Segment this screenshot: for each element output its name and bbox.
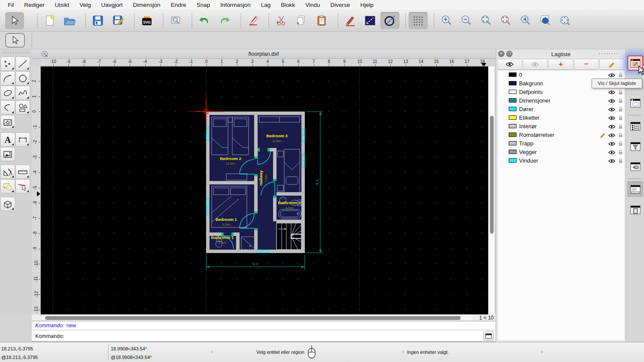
layer-row-vegger[interactable]: Vegger — [498, 148, 625, 156]
modify-tool-button[interactable] — [0, 165, 15, 179]
zoom-auto-button[interactable] — [477, 12, 495, 29]
menu-fil[interactable]: Fil — [8, 2, 14, 8]
menu-vindu[interactable]: Vindu — [305, 2, 320, 8]
layer-lock-icon[interactable] — [618, 72, 623, 78]
block-tool-button[interactable] — [0, 179, 15, 193]
hatch-tool-button[interactable] — [0, 115, 15, 129]
menu-uavgjort[interactable]: Uavgjort — [101, 2, 123, 8]
menu-informasjon[interactable]: Informasjon — [220, 2, 251, 8]
layer-visible-eye-icon[interactable] — [608, 150, 615, 155]
selection-pointer-button[interactable] — [5, 33, 25, 48]
point-tool-button[interactable] — [0, 57, 15, 71]
menu-diverse[interactable]: Diverse — [331, 2, 350, 8]
measure-tool-button[interactable] — [15, 165, 30, 179]
vertical-scrollbar-thumb[interactable] — [490, 116, 494, 234]
line-tool-palette-button[interactable] — [15, 57, 30, 71]
layer-visible-eye-icon[interactable] — [608, 159, 615, 163]
layer-lock-icon[interactable] — [618, 149, 623, 155]
layer-row-dimensjoner[interactable]: Dimensjoner — [498, 96, 625, 105]
select-entity-tool-button[interactable] — [15, 179, 30, 193]
zoom-in-button[interactable] — [437, 12, 456, 29]
layer-visible-eye-icon[interactable] — [608, 116, 615, 121]
copy-button[interactable] — [292, 12, 311, 29]
redo-button[interactable] — [215, 12, 234, 29]
layer-row-vinduer[interactable]: Vinduer — [498, 156, 625, 165]
zoom-out-button[interactable] — [457, 12, 476, 29]
toggle-clipboard-panel-button[interactable] — [627, 202, 643, 217]
hide-all-layers-button[interactable] — [523, 59, 548, 70]
toggle-selection-filter-button[interactable] — [627, 139, 643, 154]
panel-grip[interactable] — [598, 52, 618, 55]
layer-lock-icon[interactable] — [618, 89, 623, 95]
menu-hjelp[interactable]: Hjelp — [360, 2, 374, 8]
layer-visible-eye-icon[interactable] — [608, 99, 615, 103]
drawing-canvas[interactable]: Bedroom 3 11.5m² Bedroom 2 12.3m² Hallwa… — [41, 66, 488, 314]
layer-row-defpoints[interactable]: Defpoints — [498, 87, 625, 96]
menu-endre[interactable]: Endre — [171, 2, 186, 8]
toggle-command-line-button[interactable] — [627, 181, 643, 197]
layer-visible-eye-icon[interactable] — [608, 107, 615, 112]
menu-rediger[interactable]: Rediger — [24, 2, 44, 8]
zoom-selection-button[interactable] — [496, 12, 515, 29]
spline-tool-button[interactable] — [15, 86, 30, 100]
line-tool-button[interactable] — [361, 12, 380, 29]
3d-box-tool-button[interactable] — [0, 197, 15, 211]
document-titlebar[interactable]: floorplan.dxf — [32, 49, 495, 59]
toggle-library-browser-button[interactable] — [627, 159, 643, 174]
palette-grip[interactable] — [2, 51, 30, 55]
horizontal-scrollbar[interactable] — [41, 315, 472, 320]
draw-pencil-button[interactable] — [341, 12, 360, 29]
polyline-tool-button[interactable] — [0, 100, 15, 115]
pointer-tool-button[interactable] — [5, 12, 24, 29]
add-layer-button[interactable]: + — [548, 59, 573, 70]
layer-lock-icon[interactable] — [618, 115, 623, 121]
zoom-pan-button[interactable] — [556, 12, 574, 29]
layer-lock-icon[interactable] — [618, 106, 623, 112]
command-options-button[interactable] — [483, 331, 494, 341]
svg-export-button[interactable]: SVG — [137, 12, 156, 29]
layer-lock-icon[interactable] — [618, 132, 623, 138]
toggle-property-editor-button[interactable] — [627, 95, 643, 111]
layer-row-trapp[interactable]: Trapp — [498, 139, 625, 148]
vertical-scrollbar[interactable] — [488, 66, 495, 314]
menu-utsikt[interactable]: Utsikt — [55, 2, 70, 8]
horizontal-scrollbar-thumb[interactable] — [45, 316, 461, 320]
menu-snap[interactable]: Snap — [197, 2, 210, 8]
command-input-row[interactable]: Kommando: — [32, 330, 495, 342]
zoom-window-button[interactable] — [536, 12, 555, 29]
layer-lock-icon[interactable] — [618, 98, 623, 103]
circle-tool-button[interactable] — [380, 12, 399, 29]
layer-row-romst-rrelser[interactable]: Romstørrelser — [498, 130, 625, 139]
toggle-block-list-button[interactable] — [627, 118, 643, 134]
paste-button[interactable] — [312, 12, 331, 29]
delete-entities-button[interactable] — [244, 12, 263, 29]
arc-tool-button[interactable] — [0, 71, 15, 85]
menu-lag[interactable]: Lag — [261, 2, 271, 8]
layer-row-0[interactable]: 0 — [498, 70, 625, 79]
undo-button[interactable] — [195, 12, 214, 29]
menu-velg[interactable]: Velg — [79, 2, 91, 8]
layer-lock-icon[interactable] — [618, 124, 623, 129]
layer-visible-eye-icon[interactable] — [608, 133, 615, 138]
layer-row-interi-r[interactable]: Interiør — [498, 122, 625, 130]
menu-dimensjon[interactable]: Dimensjon — [133, 2, 161, 8]
save-as-button[interactable] — [109, 12, 128, 29]
ellipse-tool-button[interactable] — [0, 86, 15, 100]
image-tool-button[interactable] — [0, 147, 15, 161]
print-preview-button[interactable] — [166, 12, 185, 29]
remove-layer-button[interactable]: − — [574, 59, 599, 70]
circle-tool-palette-button[interactable] — [15, 71, 30, 85]
cut-button[interactable] — [272, 12, 291, 29]
layer-visible-eye-icon[interactable] — [608, 124, 615, 129]
layer-row-d-rer[interactable]: Dører — [498, 105, 625, 113]
grid-toggle-button[interactable] — [409, 12, 428, 29]
layer-row-etiketter[interactable]: Etiketter — [498, 113, 625, 122]
save-button[interactable] — [88, 12, 107, 29]
layer-lock-icon[interactable] — [618, 141, 623, 146]
layer-lock-icon[interactable] — [618, 158, 623, 163]
show-all-layers-button[interactable] — [497, 59, 522, 70]
layer-visible-eye-icon[interactable] — [608, 73, 615, 78]
layer-visible-eye-icon[interactable] — [608, 90, 615, 95]
open-file-button[interactable] — [60, 12, 79, 29]
new-file-button[interactable] — [40, 12, 59, 29]
